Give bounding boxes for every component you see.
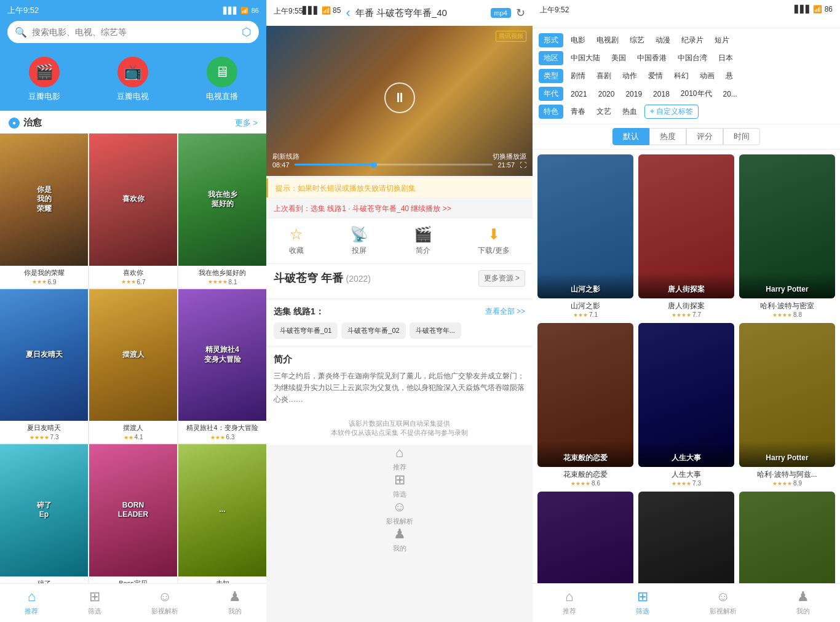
- filter-tag[interactable]: 短片: [711, 34, 733, 47]
- nav-analysis[interactable]: ☺ 影视解析: [151, 589, 178, 616]
- mid-nav-analysis[interactable]: ☺ 影视解析: [266, 499, 533, 526]
- filter-tag[interactable]: 青春: [567, 105, 589, 118]
- video-title: 年番 斗破苍穹年番_40: [355, 7, 486, 19]
- filter-tag[interactable]: 中国台湾: [674, 52, 711, 65]
- mid-nav-mine[interactable]: ♟ 我的: [266, 526, 533, 553]
- nav-douban-movie[interactable]: 🎬 豆瓣电影: [28, 57, 60, 102]
- filter-tag[interactable]: 动漫: [652, 34, 674, 47]
- list-item[interactable]: BORNLEADER Boss宝贝 ★★★★ 7.2: [89, 444, 177, 583]
- list-item[interactable]: ... 未知影片 ★★★★ 7.5: [638, 492, 734, 583]
- filter-tag[interactable]: 2020: [595, 89, 619, 100]
- episode-section: 选集 线路1： 查看全部 >> 斗破苍穹年番_01 斗破苍穹年番_02 斗破苍穹…: [266, 300, 533, 345]
- movie-info: 你是我的荣耀 ★★★ 6.9: [0, 266, 88, 288]
- filter-tag[interactable]: 美国: [608, 52, 630, 65]
- movie-poster: THE LION KING: [537, 492, 633, 583]
- last-watch[interactable]: 上次看到：选集 线路1 · 斗破苍穹年番_40 继续播放 >>: [266, 200, 533, 218]
- movie-rating: ★★★ 7.1: [537, 311, 633, 318]
- nav-douban-tv[interactable]: 📺 豆瓣电视: [117, 57, 149, 102]
- drama-title: 斗破苍穹 年番: [274, 272, 343, 284]
- list-item[interactable]: 山河之影 山河之影 ★★★ 7.1: [537, 154, 633, 318]
- nav-filter[interactable]: ⊞ 筛选: [88, 589, 101, 616]
- list-item[interactable]: 摆渡人 摆渡人 ★★ 4.1: [89, 289, 177, 444]
- favorite-button[interactable]: ☆ 收藏: [289, 226, 304, 256]
- right-nav-mine[interactable]: ♟ 我的: [796, 589, 810, 616]
- filter-tag[interactable]: 电影: [567, 34, 589, 47]
- video-player[interactable]: 腾讯视频 ⏸ 刷新线路 切换播放源 08:47 21:57 ⛶: [266, 26, 533, 176]
- mid-nav-home[interactable]: ⌂ 推荐: [266, 445, 533, 472]
- progress-bar[interactable]: [295, 164, 493, 165]
- fullscreen-button[interactable]: ⛶: [520, 161, 526, 169]
- play-pause-button[interactable]: ⏸: [384, 82, 415, 113]
- mid-nav-filter[interactable]: ⊞ 筛选: [266, 472, 533, 499]
- sort-default[interactable]: 默认: [612, 128, 649, 145]
- episode-tag[interactable]: 斗破苍穹年...: [410, 322, 461, 339]
- nav-mine[interactable]: ♟ 我的: [228, 589, 242, 616]
- nav-live-tv[interactable]: 🖥 电视直播: [206, 57, 238, 102]
- filter-tag[interactable]: 剧情: [567, 70, 589, 82]
- list-item[interactable]: Harry Potter 哈利·波特 ★★★★ 8.5: [739, 492, 835, 583]
- more-source-button[interactable]: 更多资源 >: [478, 270, 525, 287]
- list-item[interactable]: ... 未知 ★★★ 6.8: [178, 444, 266, 583]
- list-item[interactable]: 碎了Ep 碎了 ★★★★ 7.5: [0, 444, 88, 583]
- left-top-bar: 上午9:52 ▋▋▋ 📶 86 🔍 ⬡: [0, 0, 266, 49]
- sort-rating[interactable]: 评分: [686, 128, 723, 145]
- cast-button[interactable]: 📡 投屏: [350, 226, 368, 256]
- list-item[interactable]: 喜欢你 喜欢你 ★★★ 6.7: [89, 134, 177, 288]
- list-item[interactable]: 你是我的荣耀 你是我的荣耀 ★★★ 6.9: [0, 134, 88, 288]
- movie-rating: ★★★ 6.7: [93, 279, 173, 285]
- filter-tag[interactable]: 综艺: [626, 34, 648, 47]
- filter-tag[interactable]: 热血: [619, 105, 641, 118]
- share-icon[interactable]: ⬡: [242, 25, 252, 39]
- list-item[interactable]: 人生大事 人生大事 ★★★★ 7.3: [638, 323, 734, 487]
- filter-tag[interactable]: 20...: [719, 89, 741, 100]
- list-item[interactable]: 唐人街探案 唐人街探案 ★★★★ 7.7: [638, 154, 734, 318]
- filter-tag[interactable]: 日本: [715, 52, 737, 65]
- filter-tag[interactable]: 纪录片: [678, 34, 707, 47]
- list-item[interactable]: 我在他乡挺好的 我在他乡挺好的 ★★★★ 8.1: [178, 134, 266, 288]
- filter-tag[interactable]: 动作: [619, 70, 641, 82]
- filter-tag[interactable]: 科幻: [670, 70, 692, 82]
- refresh-button[interactable]: ↻: [516, 6, 525, 20]
- search-bar[interactable]: 🔍 ⬡: [7, 21, 259, 43]
- download-button[interactable]: ⬇ 下载/更多: [478, 226, 509, 256]
- mid-panel: 上午9:55 ▋▋▋ 📶 85 ‹ 年番 斗破苍穹年番_40 mp4 ↻ 腾讯视…: [266, 0, 533, 622]
- progress-fill: [295, 164, 374, 165]
- filter-tag[interactable]: 喜剧: [593, 70, 615, 82]
- list-item[interactable]: Harry Potter 哈利·波特与密室 ★★★★ 8.8: [739, 154, 835, 318]
- list-item[interactable]: THE LION KING 狮子王 ★★★★ 8.2: [537, 492, 633, 583]
- video-center[interactable]: ⏸: [266, 82, 533, 113]
- filter-tag[interactable]: 2021: [567, 89, 591, 100]
- filter-tag[interactable]: 2018: [649, 89, 673, 100]
- list-item[interactable]: 精灵旅社4变身大冒险 精灵旅社4：变身大冒险 ★★★ 6.3: [178, 289, 266, 444]
- filter-tag[interactable]: 文艺: [593, 105, 615, 118]
- movie-rating: ★★★★ 8.1: [182, 279, 263, 285]
- filter-tag[interactable]: 动画: [696, 70, 718, 82]
- right-nav-filter[interactable]: ⊞ 筛选: [636, 589, 649, 616]
- view-all-button[interactable]: 查看全部 >>: [485, 306, 525, 317]
- search-input[interactable]: [32, 27, 237, 37]
- section-title: ● 治愈: [9, 117, 42, 129]
- nav-home[interactable]: ⌂ 推荐: [25, 589, 38, 616]
- filter-tag[interactable]: 电视剧: [593, 34, 622, 47]
- filter-tag[interactable]: 中国大陆: [567, 52, 604, 65]
- list-item[interactable]: 花束般的恋爱 花束般的恋爱 ★★★★ 8.6: [537, 323, 633, 487]
- list-item[interactable]: 夏日友晴天 夏日友晴天 ★★★★ 7.3: [0, 289, 88, 444]
- section-more[interactable]: 更多 >: [235, 118, 258, 129]
- right-nav-analysis[interactable]: ☺ 影视解析: [710, 589, 737, 616]
- filter-tag[interactable]: 悬: [722, 70, 737, 82]
- list-item[interactable]: Harry Potter 哈利·波特与阿兹... ★★★★ 8.9: [739, 323, 835, 487]
- sort-time[interactable]: 时间: [723, 128, 760, 145]
- filter-tag[interactable]: 2010年代: [677, 87, 716, 100]
- filter-tag[interactable]: 2019: [622, 89, 646, 100]
- sort-hot[interactable]: 热度: [649, 128, 686, 145]
- right-nav-home[interactable]: ⌂ 推荐: [563, 589, 576, 616]
- episode-tag[interactable]: 斗破苍穹年番_01: [274, 322, 338, 339]
- episode-tag[interactable]: 斗破苍穹年番_02: [341, 322, 405, 339]
- progress-dot: [371, 162, 377, 168]
- intro-button[interactable]: 🎬 简介: [414, 226, 432, 256]
- custom-tag-button[interactable]: + 自定义标签: [644, 105, 699, 119]
- filter-tag[interactable]: 爱情: [644, 70, 667, 82]
- back-button[interactable]: ‹: [346, 5, 350, 21]
- movie-poster: 人生大事: [638, 323, 734, 467]
- filter-tag[interactable]: 中国香港: [633, 52, 670, 65]
